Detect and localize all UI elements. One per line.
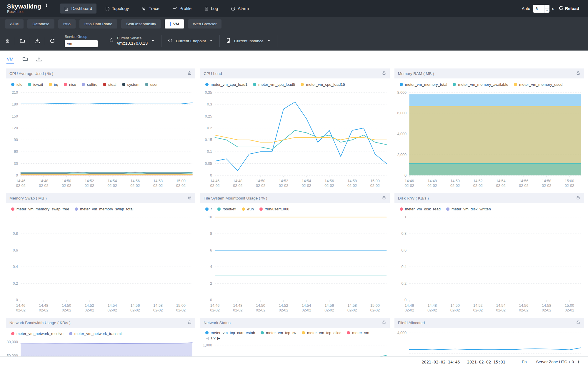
svg-text:0.3: 0.3	[207, 102, 212, 106]
dashboard-tab-apm[interactable]: APM	[5, 19, 24, 29]
legend-item-user[interactable]: user	[145, 82, 158, 87]
svg-text:0.4: 0.4	[401, 265, 407, 269]
legend-item-idle[interactable]: idle	[11, 82, 22, 87]
refresh-toolbar-button[interactable]	[45, 31, 60, 51]
svg-text:0.8: 0.8	[401, 232, 407, 236]
chevron-down-icon[interactable]	[209, 38, 213, 43]
lock-icon[interactable]	[187, 320, 192, 326]
chart-plot-memory-ram[interactable]: 02,0004,0006,0008,00014:4602-0214:4802-0…	[394, 88, 584, 190]
legend-item-iowait[interactable]: iowait	[28, 82, 43, 87]
auto-interval-stepper[interactable]: ▲▼	[544, 5, 549, 13]
service-group-input[interactable]	[65, 40, 98, 47]
lock-service-icon[interactable]	[109, 38, 114, 44]
lock-icon[interactable]	[382, 195, 386, 201]
dashboard-tab-web-browser[interactable]: Web Browser	[188, 19, 222, 29]
nav-item-dashboard[interactable]: Dashboard	[60, 4, 96, 14]
server-zone-control[interactable]: Server Zone UTC + 0 ▲▼	[536, 360, 580, 364]
legend-item-meter-vm-cpu-load5[interactable]: meter_vm_cpu_load5	[253, 82, 295, 87]
chart-plot-memory-swap[interactable]: 00.20.40.60.8114:4602-0214:4802-0214:500…	[6, 213, 195, 315]
lock-icon[interactable]	[576, 71, 580, 76]
chevron-down-icon[interactable]	[267, 38, 271, 43]
language-toggle[interactable]: En	[522, 360, 527, 364]
view-tab-vm[interactable]: VM	[6, 51, 14, 67]
folder-toolbar-button[interactable]	[15, 31, 30, 51]
dashboard-tab-database[interactable]: Database	[27, 19, 54, 29]
export-toolbar-button[interactable]	[30, 31, 45, 51]
legend-label: meter_vm_tcp_curr_estab	[211, 331, 255, 335]
svg-text:14:5002-02: 14:5002-02	[256, 179, 265, 188]
lock-icon[interactable]	[576, 195, 580, 201]
nav-item-topology[interactable]: Topology	[101, 4, 133, 14]
svg-text:14:5002-02: 14:5002-02	[256, 304, 265, 312]
legend-item-meter-vm-memory-total[interactable]: meter_vm_memory_total	[400, 82, 447, 87]
legend-item-meter-vm-disk-written[interactable]: meter_vm_disk_written	[446, 207, 491, 211]
svg-text:14:4802-02: 14:4802-02	[39, 179, 48, 188]
chart-title: CPU Load	[204, 71, 222, 76]
svg-text:6: 6	[210, 248, 212, 252]
legend-item-[interactable]: /	[205, 207, 212, 211]
lock-icon[interactable]	[187, 195, 192, 201]
legend-item-irq[interactable]: irq	[49, 82, 58, 87]
legend-item-run[interactable]: /run	[242, 207, 254, 211]
nav-item-label: Profile	[179, 6, 191, 11]
legend-item-boot-efi[interactable]: /boot/efi	[217, 207, 236, 211]
server-zone-stepper[interactable]: ▲▼	[577, 360, 580, 364]
current-instance-select[interactable]: Current Instance	[220, 31, 277, 51]
legend-item-meter-vm-memory-available[interactable]: meter_vm_memory_available	[453, 82, 508, 87]
nav-item-alarm[interactable]: Alarm	[226, 4, 253, 14]
lock-icon[interactable]	[382, 320, 386, 326]
svg-text:14:5602-02: 14:5602-02	[130, 179, 140, 188]
current-endpoint-select[interactable]: Current Endpoint	[161, 31, 219, 51]
chart-plot-disk-rw[interactable]: 00.20.40.60.8114:4602-0214:4802-0214:500…	[394, 213, 584, 315]
chart-title: Memory Swap ( MB )	[9, 196, 47, 200]
legend-item-meter-vm-network-transmit[interactable]: meter_vm_network_transmit	[69, 331, 123, 336]
legend-page-prev-icon[interactable]: ◀	[206, 336, 209, 340]
svg-text:4,000: 4,000	[397, 331, 407, 335]
download-view-icon[interactable]	[36, 56, 42, 62]
current-service-select[interactable]: Current Service vm::10.170.0.13	[103, 31, 161, 51]
legend-item-meter-vm-memory-swap-free[interactable]: meter_vm_memory_swap_free	[11, 207, 69, 211]
legend-item-nice[interactable]: nice	[64, 82, 76, 87]
lock-icon[interactable]	[576, 320, 580, 326]
legend-item-meter-vm-memory-swap-total[interactable]: meter_vm_memory_swap_total	[75, 207, 133, 211]
chevron-down-icon[interactable]	[151, 38, 155, 43]
chart-plot-cpu-average-used[interactable]: 030609012015018021014:4602-0214:4802-021…	[6, 88, 195, 190]
chart-plot-filesystem-usage[interactable]: 024681014:4602-0214:4802-0214:5002-0214:…	[200, 213, 389, 315]
chart-plot-cpu-load[interactable]: 00.050.10.150.20.250.30.3514:4602-0214:4…	[200, 88, 389, 190]
lock-toolbar-button[interactable]	[0, 31, 15, 51]
nav-item-log[interactable]: Log	[200, 4, 222, 14]
nav-item-profile[interactable]: Profile	[168, 4, 196, 14]
legend-dot	[11, 332, 14, 335]
time-range-picker[interactable]: 2021-02-02 14:46 ~ 2021-02-02 15:01	[422, 360, 505, 364]
legend-label: iowait	[33, 82, 43, 87]
chart-panel-memory-ram: Memory RAM ( MB )meter_vm_memory_totalme…	[394, 68, 584, 190]
dashboard-tab-istio-data-plane[interactable]: Istio Data Plane	[79, 19, 117, 29]
auto-interval-input[interactable]: 6 ▲▼	[533, 5, 549, 13]
legend-dot	[302, 331, 305, 334]
app-logo[interactable]: Skywalking Rocketbot	[7, 3, 47, 14]
legend-item-run-user-1008[interactable]: /run/user/1008	[259, 207, 289, 211]
auto-interval-value: 6	[533, 5, 544, 13]
legend-item-meter-vm[interactable]: meter_vm	[347, 331, 369, 335]
folder-view-icon[interactable]	[22, 56, 28, 62]
legend-item-steal[interactable]: steal	[103, 82, 116, 87]
legend-item-meter-vm-tcp-alloc[interactable]: meter_vm_tcp_alloc	[302, 331, 341, 335]
lock-icon[interactable]	[187, 71, 192, 76]
dashboard-tab-vm[interactable]: VM	[165, 19, 184, 29]
legend-item-system[interactable]: system	[122, 82, 139, 87]
dashboard-tab-selfobservability[interactable]: SelfObservability	[121, 19, 161, 29]
legend-item-meter-vm-cpu-load1[interactable]: meter_vm_cpu_load1	[205, 82, 247, 87]
legend-page-next-icon[interactable]: ▶	[217, 336, 220, 340]
legend-item-meter-vm-cpu-load15[interactable]: meter_vm_cpu_load15	[301, 82, 345, 87]
nav-item-trace[interactable]: Trace	[137, 4, 164, 14]
dashboard-tab-istio[interactable]: Istio	[58, 19, 76, 29]
legend-item-meter-vm-tcp-curr-estab[interactable]: meter_vm_tcp_curr_estab	[205, 331, 255, 335]
legend-item-meter-vm-memory-used[interactable]: meter_vm_memory_used	[514, 82, 562, 87]
reload-button[interactable]: Reload	[557, 5, 581, 12]
legend-item-meter-vm-disk-read[interactable]: meter_vm_disk_read	[400, 207, 441, 211]
lock-icon[interactable]	[382, 71, 386, 76]
legend-item-softirq[interactable]: softirq	[82, 82, 97, 87]
legend-item-meter-vm-tcp-tw[interactable]: meter_vm_tcp_tw	[261, 331, 296, 335]
legend-item-meter-vm-network-receive[interactable]: meter_vm_network_receive	[11, 331, 64, 336]
svg-text:4,000: 4,000	[397, 132, 407, 136]
